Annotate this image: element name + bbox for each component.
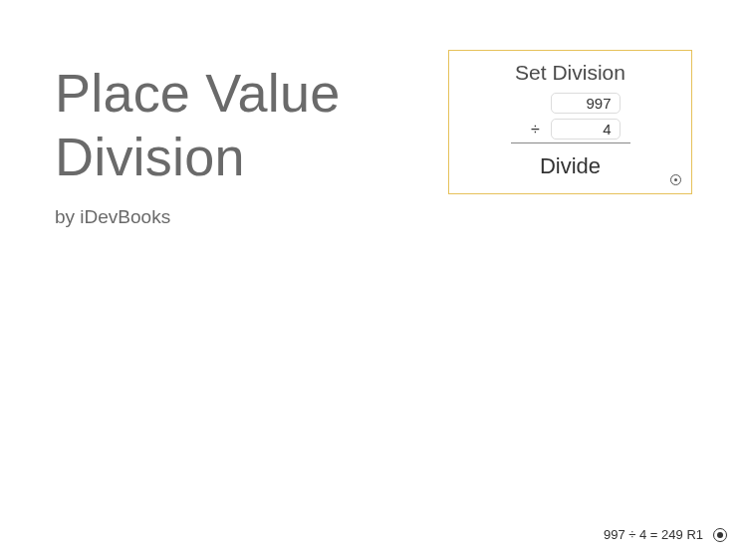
divisor-input[interactable]: [551, 119, 621, 140]
divide-button[interactable]: Divide: [463, 151, 677, 185]
divisor-row: ÷: [506, 119, 635, 140]
result-text: 997 ÷ 4 = 249 R1: [604, 527, 703, 542]
dividend-input[interactable]: [551, 93, 621, 114]
title-line-1: Place Value: [55, 63, 340, 123]
app-title: Place Value Division: [55, 62, 340, 188]
panel-title: Set Division: [463, 61, 677, 85]
subtitle: by iDevBooks: [55, 206, 340, 228]
input-group: ÷: [463, 93, 677, 140]
title-line-2: Division: [55, 127, 245, 186]
dividend-row: [506, 93, 635, 114]
divide-symbol: ÷: [521, 121, 551, 139]
set-division-panel: Set Division ÷ Divide: [448, 50, 692, 194]
footer: 997 ÷ 4 = 249 R1: [604, 527, 727, 542]
title-area: Place Value Division by iDevBooks: [55, 62, 340, 228]
panel-indicator-icon[interactable]: [670, 174, 681, 185]
record-icon[interactable]: [713, 528, 727, 542]
divider-line: [511, 142, 630, 143]
